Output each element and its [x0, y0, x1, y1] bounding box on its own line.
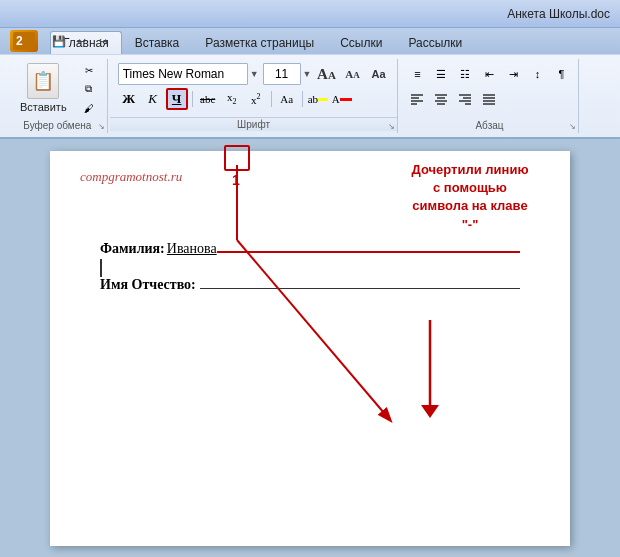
tab-insert[interactable]: Вставка — [122, 31, 193, 54]
quick-access-toolbar: 💾 ↩ ↪ — [50, 30, 112, 52]
format-separator-3 — [302, 91, 303, 107]
format-separator — [192, 91, 193, 107]
show-marks-button[interactable]: ¶ — [550, 63, 572, 85]
paste-icon: 📋 — [27, 63, 59, 99]
para-row-1: ≡ ☰ ☷ ⇤ ⇥ ↕ ¶ — [406, 63, 572, 85]
increase-font-button[interactable]: AA — [315, 63, 337, 85]
align-right-icon — [458, 93, 472, 105]
annotation-line1: Дочертили линию — [412, 162, 529, 177]
font-color-button[interactable]: A — [331, 88, 353, 110]
para-row-2 — [406, 88, 572, 110]
font-size-dropdown-arrow[interactable]: ▼ — [303, 69, 312, 79]
font-name-row: Times New Roman ▼ 11 ▼ AA AA Aa — [118, 63, 390, 85]
copy-button[interactable]: ⧉ — [77, 80, 101, 98]
office-logo[interactable]: 2 — [4, 28, 44, 54]
clipboard-small-buttons: ✂ ⧉ 🖌 — [77, 61, 101, 117]
bullets-button[interactable]: ≡ — [406, 63, 428, 85]
font-name-input[interactable]: Times New Roman — [118, 63, 248, 85]
form-line-family: Фамилия: Иванова — [100, 241, 520, 257]
tab-references[interactable]: Ссылки — [327, 31, 395, 54]
highlight-button[interactable]: ab — [307, 88, 329, 110]
document-area: compgramotnost.ru Дочертили линию с помо… — [0, 139, 620, 557]
tab-mailings[interactable]: Рассылки — [395, 31, 475, 54]
superscript-icon: x2 — [251, 92, 261, 106]
clipboard-expand-icon[interactable]: ↘ — [98, 122, 105, 131]
align-left-icon — [410, 93, 424, 105]
font-name-dropdown-arrow[interactable]: ▼ — [250, 69, 259, 79]
decrease-indent-button[interactable]: ⇤ — [478, 63, 500, 85]
ribbon: 📋 Вставить ✂ ⧉ 🖌 Буфер обмена ↘ Times Ne… — [0, 54, 620, 139]
undo-button[interactable]: ↩ — [72, 32, 90, 50]
font-group: Times New Roman ▼ 11 ▼ AA AA Aa — [110, 59, 399, 133]
annotation-text: Дочертили линию с помощью символа на кла… — [390, 161, 550, 234]
subscript-button[interactable]: x2 — [221, 88, 243, 110]
annotation-line3: символа на клаве — [412, 198, 527, 213]
paragraph-expand-icon[interactable]: ↘ — [569, 122, 576, 131]
superscript-button[interactable]: x2 — [245, 88, 267, 110]
annotation-line4: "-" — [462, 217, 479, 232]
ribbon-content: 📋 Вставить ✂ ⧉ 🖌 Буфер обмена ↘ Times Ne… — [0, 54, 620, 137]
font-size-value: 11 — [275, 67, 288, 81]
decrease-font-icon: AA — [345, 68, 359, 80]
form-line-firstname: Имя Отчество: — [100, 277, 520, 293]
align-right-button[interactable] — [454, 88, 476, 110]
highlight-color-bar — [318, 98, 328, 101]
save-button[interactable]: 💾 — [50, 32, 68, 50]
document-page[interactable]: compgramotnost.ru Дочертили линию с помо… — [50, 151, 570, 546]
text-cursor — [100, 259, 102, 277]
bold-button[interactable]: Ж — [118, 88, 140, 110]
cut-button[interactable]: ✂ — [77, 61, 101, 79]
clipboard-label: Буфер обмена — [8, 120, 107, 131]
paragraph-group-label: Абзац — [400, 120, 578, 131]
font-color-bar — [340, 98, 352, 101]
case-button[interactable]: Aa — [276, 88, 298, 110]
decrease-font-button[interactable]: AA — [341, 63, 363, 85]
highlight-icon: ab — [308, 93, 318, 105]
increase-font-icon: AA — [317, 66, 336, 83]
firstname-underline — [200, 288, 520, 289]
font-group-label: Шрифт — [110, 117, 398, 131]
font-expand-icon[interactable]: ↘ — [388, 122, 395, 131]
title-text: Анкета Школы.doc — [507, 7, 610, 21]
paste-button[interactable]: 📋 Вставить — [14, 61, 73, 115]
clear-format-button[interactable]: Aa — [367, 63, 389, 85]
align-center-icon — [434, 93, 448, 105]
redo-button[interactable]: ↪ — [94, 32, 112, 50]
increase-indent-button[interactable]: ⇥ — [502, 63, 524, 85]
font-size-input[interactable]: 11 — [263, 63, 301, 85]
strikethrough-icon: abc — [200, 93, 215, 105]
format-separator-2 — [271, 91, 272, 107]
svg-text:2: 2 — [16, 34, 23, 48]
underline-button[interactable]: Ч — [166, 88, 188, 110]
tab-layout[interactable]: Разметка страницы — [192, 31, 327, 54]
numbering-button[interactable]: ☰ — [430, 63, 452, 85]
format-buttons-row: Ж К Ч abc x2 x2 Aa ab — [118, 88, 390, 110]
paste-label: Вставить — [20, 101, 67, 113]
sort-button[interactable]: ↕ — [526, 63, 548, 85]
paragraph-group: ≡ ☰ ☷ ⇤ ⇥ ↕ ¶ — [400, 59, 579, 133]
annotation-line2: с помощью — [433, 180, 507, 195]
family-underline-extended — [217, 251, 520, 253]
italic-button[interactable]: К — [142, 88, 164, 110]
title-bar: Анкета Школы.doc — [0, 0, 620, 28]
justify-button[interactable] — [478, 88, 500, 110]
family-label: Фамилия: — [100, 241, 165, 257]
firstname-label: Имя Отчество: — [100, 277, 196, 293]
subscript-icon: x2 — [227, 91, 237, 106]
font-name-value: Times New Roman — [123, 67, 225, 81]
family-value[interactable]: Иванова — [167, 241, 217, 257]
clipboard-group: 📋 Вставить ✂ ⧉ 🖌 Буфер обмена ↘ — [8, 59, 108, 133]
justify-icon — [482, 93, 496, 105]
watermark: compgramotnost.ru — [80, 169, 182, 185]
font-color-icon: A — [332, 93, 340, 105]
office-logo-icon: 2 — [10, 30, 38, 52]
format-painter-button[interactable]: 🖌 — [77, 99, 101, 117]
strikethrough-button[interactable]: abc — [197, 88, 219, 110]
align-left-button[interactable] — [406, 88, 428, 110]
multilevel-list-button[interactable]: ☷ — [454, 63, 476, 85]
align-center-button[interactable] — [430, 88, 452, 110]
